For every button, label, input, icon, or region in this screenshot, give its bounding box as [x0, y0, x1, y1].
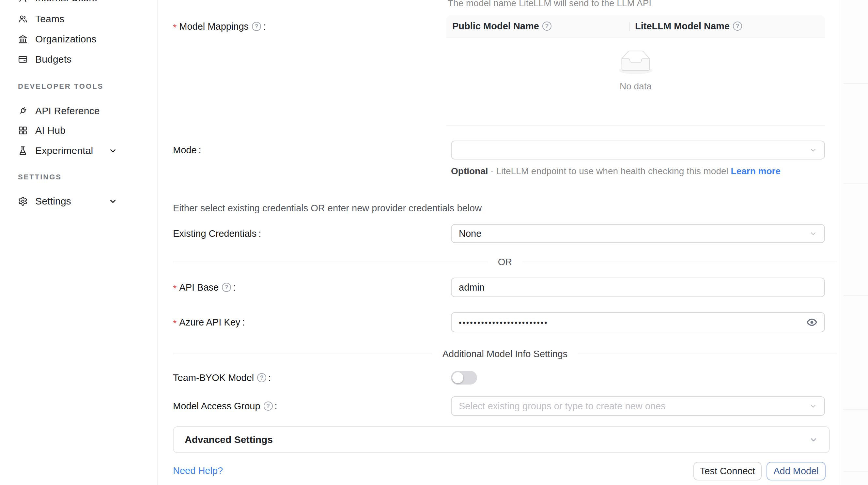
grid-icon: [18, 126, 28, 135]
help-icon[interactable]: ?: [257, 373, 266, 382]
add-model-button[interactable]: Add Model: [767, 462, 826, 480]
azure-api-key-field: ••••••••••••••••••••••••: [451, 312, 825, 332]
sidebar-item-internal-users[interactable]: Internal Users: [0, 0, 157, 8]
add-model-form: The model name LiteLLM will send to the …: [158, 0, 840, 485]
sidebar-item-label: API Reference: [35, 105, 100, 117]
table-header: Public Model Name ? LiteLLM Model Name ?: [446, 15, 825, 37]
team-byok-label: Team-BYOK Model ? :: [173, 371, 271, 385]
sidebar-item-label: Budgets: [35, 54, 71, 65]
sidebar-item-label: AI Hub: [35, 125, 66, 136]
azure-api-key-masked-value[interactable]: ••••••••••••••••••••••••: [459, 317, 548, 327]
sidebar-section-developer-tools: DEVELOPER TOOLS: [18, 82, 103, 91]
model-access-group-select[interactable]: [451, 396, 825, 416]
sidebar-item-teams[interactable]: Teams: [0, 9, 157, 29]
sidebar-item-label: Organizations: [35, 34, 97, 45]
existing-credentials-select[interactable]: None: [451, 224, 825, 243]
sidebar: Internal Users Teams Organizations Budge…: [0, 0, 158, 485]
page-gutter: [841, 0, 868, 485]
advanced-settings-panel[interactable]: Advanced Settings: [173, 426, 830, 453]
model-mappings-table: Public Model Name ? LiteLLM Model Name ?: [446, 15, 825, 126]
required-mark: *: [173, 281, 177, 294]
required-mark: *: [173, 20, 177, 33]
help-icon[interactable]: ?: [733, 22, 742, 31]
or-divider-text: OR: [488, 257, 523, 267]
api-base-input[interactable]: [459, 282, 817, 293]
sidebar-item-api-reference[interactable]: API Reference: [0, 101, 157, 121]
test-connect-button[interactable]: Test Connect: [693, 462, 762, 480]
toggle-knob: [452, 372, 463, 383]
sidebar-section-settings: SETTINGS: [18, 173, 62, 181]
sidebar-item-label: Teams: [35, 13, 64, 25]
column-litellm-model-name: LiteLLM Model Name ?: [629, 15, 825, 37]
sidebar-item-ai-hub[interactable]: AI Hub: [0, 120, 157, 140]
model-name-help-text: The model name LiteLLM will send to the …: [448, 0, 651, 8]
chevron-down-icon: [809, 146, 817, 154]
plug-icon: [18, 106, 28, 116]
model-mappings-label: * Model Mappings ? :: [173, 15, 266, 37]
column-public-model-name: Public Model Name ?: [446, 15, 629, 37]
learn-more-link[interactable]: Learn more: [731, 166, 781, 176]
help-icon[interactable]: ?: [264, 401, 273, 411]
empty-inbox-icon: [616, 51, 655, 75]
api-base-label: * API Base ? :: [173, 278, 236, 297]
mode-label: Mode :: [173, 140, 202, 160]
existing-credentials-value: None: [459, 228, 481, 239]
mode-help-text: Optional - LiteLLM endpoint to use when …: [451, 164, 828, 178]
advanced-settings-label: Advanced Settings: [185, 434, 273, 445]
bank-icon: [18, 34, 28, 44]
info-settings-divider-text: Additional Model Info Settings: [432, 349, 578, 359]
sidebar-item-settings[interactable]: Settings: [0, 191, 157, 212]
model-access-group-input[interactable]: [459, 401, 817, 412]
azure-api-key-label: * Azure API Key :: [173, 312, 245, 332]
required-mark: *: [173, 316, 177, 329]
chevron-down-icon: [809, 230, 817, 237]
sidebar-item-experimental[interactable]: Experimental: [0, 140, 157, 161]
model-access-group-label: Model Access Group ? :: [173, 396, 277, 416]
user-icon: [18, 0, 28, 3]
table-body-empty: No data: [446, 37, 825, 126]
gear-icon: [18, 196, 28, 206]
eye-icon[interactable]: [806, 316, 818, 328]
app-screen: Internal Users Teams Organizations Budge…: [0, 0, 868, 485]
sidebar-item-organizations[interactable]: Organizations: [0, 29, 157, 49]
or-divider: OR: [173, 255, 837, 268]
mode-select[interactable]: [451, 140, 825, 160]
api-base-field: [451, 278, 825, 297]
need-help-link[interactable]: Need Help?: [173, 465, 223, 476]
credit-card-icon: [18, 55, 28, 64]
chevron-down-icon[interactable]: [108, 197, 117, 205]
sidebar-item-label: Settings: [35, 196, 71, 207]
help-icon[interactable]: ?: [252, 22, 261, 31]
sidebar-item-budgets[interactable]: Budgets: [0, 49, 157, 69]
chevron-down-icon[interactable]: [108, 147, 117, 155]
sidebar-item-label: Internal Users: [35, 0, 97, 4]
team-byok-toggle[interactable]: [451, 371, 477, 385]
users-icon: [18, 14, 28, 24]
help-icon[interactable]: ?: [222, 283, 231, 292]
chevron-down-icon: [809, 402, 817, 410]
empty-text: No data: [616, 81, 655, 92]
existing-credentials-label: Existing Credentials :: [173, 224, 261, 243]
chevron-down-icon: [809, 435, 818, 444]
credentials-note: Either select existing credentials OR en…: [173, 203, 482, 214]
help-icon[interactable]: ?: [542, 22, 552, 31]
flask-icon: [18, 146, 28, 156]
info-settings-divider: Additional Model Info Settings: [173, 347, 837, 360]
empty-state: No data: [616, 51, 655, 92]
sidebar-item-label: Experimental: [35, 145, 93, 156]
